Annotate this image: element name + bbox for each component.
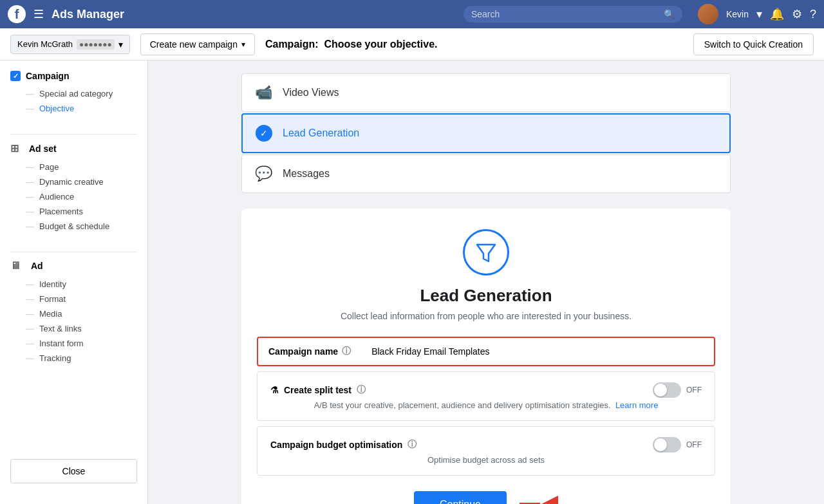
account-selector[interactable]: Kevin McGrath ●●●●●●● ▾ — [10, 35, 130, 54]
split-test-title: ⚗ Create split test ⓘ — [270, 384, 366, 396]
nav-right-icons: Kevin ▾ 🔔 ⚙ ? — [698, 4, 816, 24]
campaign-name-label-wrap: Campaign name ⓘ — [258, 338, 361, 365]
arrow-head-icon — [540, 496, 558, 504]
split-test-learn-more-link[interactable]: Learn more — [615, 400, 658, 410]
budget-opt-off-label: OFF — [686, 440, 702, 449]
objective-card-lead-generation[interactable]: ✓ Lead Generation — [241, 113, 731, 153]
campaign-header-text: Campaign: Choose your objective. — [265, 39, 683, 50]
objective-card-video-views[interactable]: 📹 Video Views — [241, 73, 731, 112]
facebook-logo: f — [8, 5, 26, 23]
continue-section: Continue — [257, 491, 715, 504]
budget-opt-info-icon[interactable]: ⓘ — [407, 439, 417, 451]
sidebar-item-tracking[interactable]: — Tracking — [10, 351, 137, 366]
main-layout: ✓ Campaign — Special ad category — Objec… — [0, 61, 824, 504]
lead-gen-info-section: Lead Generation Collect lead information… — [241, 209, 731, 504]
lead-gen-description: Collect lead information from people who… — [257, 311, 715, 321]
lead-gen-funnel-icon — [463, 229, 509, 275]
search-bar: 🔍 — [464, 6, 682, 23]
settings-icon[interactable]: ⚙ — [792, 7, 802, 21]
sidebar-item-budget-schedule[interactable]: — Budget & schedule — [10, 219, 137, 234]
close-button-wrap: Close — [0, 449, 147, 494]
sub-header: Kevin McGrath ●●●●●●● ▾ Create new campa… — [0, 28, 824, 61]
account-dropdown-icon: ▾ — [118, 39, 123, 50]
help-icon[interactable]: ? — [810, 8, 816, 21]
app-title: Ads Manager — [52, 8, 124, 21]
split-test-header: ⚗ Create split test ⓘ OFF — [270, 382, 702, 398]
campaign-name-input[interactable] — [361, 339, 714, 364]
sidebar-campaign-section: ✓ Campaign — Special ad category — Objec… — [0, 71, 147, 116]
campaign-checkbox: ✓ — [10, 71, 21, 81]
campaign-header-bold: Campaign: — [265, 39, 319, 50]
split-test-toggle-thumb — [654, 384, 667, 397]
create-dropdown-arrow-icon: ▾ — [241, 40, 245, 49]
lead-generation-label: Lead Generation — [283, 127, 359, 139]
arrow-indicator — [520, 496, 558, 504]
ad-set-label: Ad set — [29, 144, 57, 154]
split-icon: ⚗ — [270, 385, 279, 395]
budget-opt-toggle-thumb — [654, 438, 667, 451]
sidebar-ad-section: 🖥 Ad — Identity — Format — Media — Text … — [0, 260, 147, 366]
ad-section-header: 🖥 Ad — [10, 260, 137, 272]
campaign-section-label: Campaign — [26, 71, 70, 81]
sidebar-item-special-ad-category[interactable]: — Special ad category — [10, 86, 137, 101]
create-campaign-label: Create new campaign — [150, 39, 238, 50]
ad-set-grid-icon: ⊞ — [10, 142, 19, 154]
sidebar-item-dynamic-creative[interactable]: — Dynamic creative — [10, 174, 137, 189]
objective-cards: 📹 Video Views ✓ Lead Generation 💬 Messag… — [241, 73, 731, 193]
search-input[interactable] — [471, 9, 659, 19]
sidebar-item-format[interactable]: — Format — [10, 292, 137, 306]
content-inner: 📹 Video Views ✓ Lead Generation 💬 Messag… — [241, 61, 731, 504]
notifications-icon[interactable]: 🔔 — [770, 7, 784, 21]
sidebar-item-instant-form[interactable]: — Instant form — [10, 336, 137, 351]
chevron-down-icon[interactable]: ▾ — [756, 7, 762, 21]
quick-creation-button[interactable]: Switch to Quick Creation — [693, 33, 814, 55]
continue-button[interactable]: Continue — [414, 491, 507, 504]
split-test-toggle-track[interactable] — [653, 382, 681, 398]
top-navigation: f ☰ Ads Manager 🔍 Kevin ▾ 🔔 ⚙ ? — [0, 0, 824, 28]
lead-gen-check-icon: ✓ — [256, 125, 272, 142]
search-icon: 🔍 — [664, 9, 675, 19]
facebook-f-icon: f — [15, 8, 19, 21]
split-test-info-icon[interactable]: ⓘ — [357, 384, 366, 396]
lead-gen-title: Lead Generation — [257, 286, 715, 306]
sidebar-item-media[interactable]: — Media — [10, 306, 137, 321]
svg-marker-0 — [477, 245, 495, 261]
budget-opt-title: Campaign budget optimisation ⓘ — [270, 439, 417, 451]
ad-set-section-header: ⊞ Ad set — [10, 142, 137, 154]
split-test-toggle[interactable]: OFF — [653, 382, 702, 398]
objective-card-messages[interactable]: 💬 Messages — [241, 154, 731, 193]
budget-opt-toggle[interactable]: OFF — [653, 437, 702, 453]
sidebar-item-page[interactable]: — Page — [10, 160, 137, 174]
video-views-label: Video Views — [283, 87, 339, 98]
sidebar-item-placements[interactable]: — Placements — [10, 204, 137, 219]
sidebar-ad-set-section: ⊞ Ad set — Page — Dynamic creative — Aud… — [0, 142, 147, 234]
check-icon: ✓ — [13, 72, 19, 80]
split-test-label: Create split test — [284, 385, 351, 395]
sidebar-item-objective[interactable]: — Objective — [10, 101, 137, 116]
campaign-section-header: ✓ Campaign — [10, 71, 137, 81]
sidebar-divider-1 — [10, 134, 137, 135]
sidebar-item-identity[interactable]: — Identity — [10, 277, 137, 292]
ad-monitor-icon: 🖥 — [10, 260, 21, 272]
create-campaign-button[interactable]: Create new campaign ▾ — [140, 33, 255, 55]
sidebar: ✓ Campaign — Special ad category — Objec… — [0, 61, 148, 504]
budget-optimisation-row: Campaign budget optimisation ⓘ OFF Optim… — [257, 426, 715, 476]
campaign-name-info-icon[interactable]: ⓘ — [342, 346, 351, 357]
funnel-svg — [474, 241, 498, 264]
split-test-off-label: OFF — [686, 386, 702, 395]
messages-label: Messages — [283, 168, 330, 180]
split-test-row: ⚗ Create split test ⓘ OFF A/B test you — [257, 371, 715, 421]
video-views-icon: 📹 — [255, 84, 272, 101]
sidebar-item-text-links[interactable]: — Text & links — [10, 321, 137, 336]
sidebar-item-audience[interactable]: — Audience — [10, 189, 137, 204]
split-test-description: A/B test your creative, placement, audie… — [270, 400, 702, 410]
close-button[interactable]: Close — [10, 459, 137, 483]
avatar[interactable] — [698, 4, 718, 24]
account-id: ●●●●●●● — [77, 39, 115, 50]
budget-opt-toggle-track[interactable] — [653, 437, 681, 453]
sidebar-divider-2 — [10, 252, 137, 252]
content-area: 📹 Video Views ✓ Lead Generation 💬 Messag… — [148, 61, 824, 504]
hamburger-icon[interactable]: ☰ — [33, 7, 44, 21]
budget-opt-label: Campaign budget optimisation — [270, 440, 402, 450]
campaign-header-subtitle: Choose your objective. — [324, 39, 437, 50]
